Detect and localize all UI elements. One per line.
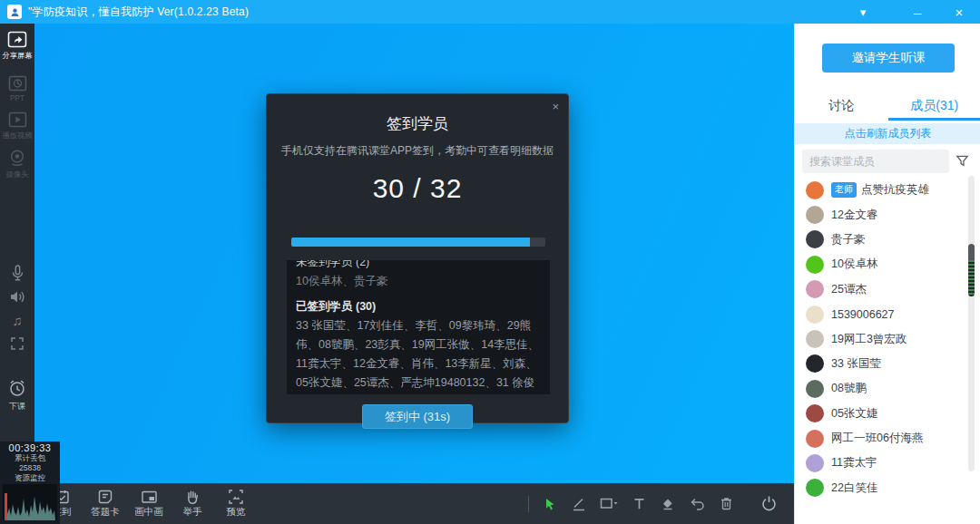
pen-tool-button[interactable] (571, 496, 586, 511)
expand-icon (10, 336, 24, 351)
microphone-icon (10, 265, 25, 282)
student-list[interactable]: 未签到学员 (2) 10侯卓林、贵子豪 已签到学员 (30) 33 张国莹、17… (287, 260, 550, 394)
modal-close-icon[interactable]: × (552, 100, 559, 113)
power-button[interactable] (760, 495, 778, 512)
network-status-panel: 00:39:33 累计丢包 25838 资源监控 (0, 442, 60, 524)
panel-tabs: 讨论 成员(31) (795, 92, 980, 121)
tab-members[interactable]: 成员(31) (888, 92, 980, 121)
avatar (806, 230, 824, 248)
camera-icon (8, 149, 26, 167)
member-scrollbar-track[interactable] (968, 176, 975, 471)
member-scrollbar-thumb[interactable] (968, 244, 975, 296)
member-name: 网工一班06付海燕 (831, 431, 923, 446)
avatar (806, 404, 824, 422)
sidebar-item-camera[interactable]: 摄像头 (0, 149, 34, 180)
member-row[interactable]: 贵子豪 (795, 228, 980, 252)
member-name: 贵子豪 (831, 232, 866, 247)
invite-students-button[interactable]: 邀请学生听课 (822, 44, 955, 73)
member-row[interactable]: 19网工3曾宏政 (795, 326, 980, 351)
speaker-button[interactable] (0, 289, 34, 305)
eraser-tool-button[interactable] (660, 496, 675, 511)
modal-subtitle: 手机仅支持在腾讯课堂APP签到，考勤中可查看明细数据 (267, 143, 568, 159)
member-row[interactable]: 08虢鹏 (795, 376, 980, 401)
text-tool-button[interactable] (632, 497, 646, 510)
clear-all-button[interactable] (719, 496, 734, 511)
text-icon (632, 497, 646, 510)
member-name: 33 张国莹 (831, 356, 881, 372)
toolbar-item-pip[interactable]: 画中画 (129, 489, 169, 519)
sign-in-modal: × 签到学员 手机仅支持在腾讯课堂APP签到，考勤中可查看明细数据 30 / 3… (266, 93, 569, 423)
app-logo-icon (7, 5, 22, 19)
pointer-tool-button[interactable] (543, 497, 557, 511)
minimize-button[interactable]: – (902, 0, 933, 24)
shape-rectangle-icon (600, 497, 619, 510)
main-stage: × 签到学员 手机仅支持在腾讯课堂APP签到，考勤中可查看明细数据 30 / 3… (34, 24, 794, 524)
avatar (806, 430, 824, 448)
member-search-row (795, 150, 980, 174)
speaker-icon (9, 289, 26, 305)
trash-icon (719, 496, 734, 511)
member-row[interactable]: 10侯卓林 (795, 252, 980, 277)
resource-monitor-label: 资源监控 (2, 473, 59, 482)
member-name: 10侯卓林 (831, 257, 877, 272)
tab-discussion[interactable]: 讨论 (795, 92, 888, 121)
member-list[interactable]: 老师 点赞抗疫英雄 12金文睿 贵子豪 10侯卓林 25谭杰 153900 (795, 178, 980, 524)
toolbar-item-label: 预览 (227, 506, 246, 519)
avatar (806, 181, 824, 199)
toolbar-item-preview[interactable]: 预览 (216, 489, 256, 519)
avatar (806, 330, 824, 348)
member-name: 08虢鹏 (831, 381, 867, 396)
toolbar-separator (528, 496, 529, 512)
pen-icon (571, 496, 586, 511)
power-icon (760, 495, 778, 512)
member-row[interactable]: 12金文睿 (795, 202, 980, 227)
member-row[interactable]: 1539006627 (795, 302, 980, 326)
member-row[interactable]: 33 张国莹 (795, 352, 980, 376)
member-name: 点赞抗疫英雄 (861, 182, 929, 198)
sidebar-item-share-screen[interactable]: 分享屏幕 (0, 31, 34, 62)
sign-in-progress-bar (291, 238, 545, 247)
member-row[interactable]: 老师 点赞抗疫英雄 (795, 178, 980, 202)
member-name: 05张文婕 (831, 406, 877, 422)
member-name: 12金文睿 (831, 208, 877, 223)
avatar (806, 306, 824, 324)
member-row[interactable]: 11龚太宇 (795, 451, 980, 475)
resource-monitor-graph (3, 484, 57, 520)
member-row[interactable]: 25谭杰 (795, 277, 980, 302)
member-name: 1539006627 (831, 308, 895, 321)
titlebar: "学防疫知识，懂自我防护 Ver(1.0.2.23 Beta) ▾ – × (0, 0, 980, 24)
play-video-icon (8, 112, 27, 128)
signed-header: 已签到学员 (30) (296, 297, 541, 316)
undo-icon (689, 497, 705, 511)
signed-names: 33 张国莹、17刘佳佳、李哲、09黎玮琦、29熊伟、08虢鹏、23彭真、19网… (296, 316, 541, 394)
titlebar-menu-button[interactable]: ▾ (848, 0, 878, 24)
member-row[interactable]: 网工一班06付海燕 (795, 426, 980, 451)
member-row[interactable]: 05张文婕 (795, 402, 980, 426)
share-screen-icon (7, 31, 27, 48)
answer-card-icon (97, 489, 113, 505)
sidebar-item-label: PPT (2, 93, 34, 102)
shape-tool-button[interactable] (600, 497, 619, 510)
avatar (806, 454, 824, 472)
close-button[interactable]: × (944, 0, 975, 24)
modal-title: 签到学员 (267, 113, 568, 134)
microphone-button[interactable] (0, 265, 34, 282)
end-class-button[interactable]: 下课 (0, 378, 34, 412)
avatar (806, 206, 824, 224)
preview-icon (228, 489, 244, 505)
sidebar-item-play-video[interactable]: 播放视频 (0, 112, 34, 141)
teacher-badge: 老师 (831, 182, 857, 198)
sidebar-item-ppt[interactable]: PPT (0, 75, 34, 102)
toolbar-item-answer-card[interactable]: 答题卡 (85, 489, 125, 519)
fullscreen-button[interactable] (0, 336, 34, 351)
undo-button[interactable] (689, 497, 705, 511)
refresh-members-banner[interactable]: 点击刷新成员列表 (795, 123, 980, 144)
music-button[interactable]: ♫ (0, 313, 34, 329)
signing-in-button[interactable]: 签到中 (31s) (362, 404, 473, 429)
class-bell-icon (7, 378, 27, 398)
filter-button[interactable] (955, 153, 970, 169)
packet-loss-label: 累计丢包 (2, 453, 59, 462)
member-row[interactable]: 22白笑佳 (795, 476, 980, 500)
toolbar-item-raise-hand[interactable]: 举手 (172, 489, 212, 519)
search-input[interactable] (802, 150, 949, 173)
